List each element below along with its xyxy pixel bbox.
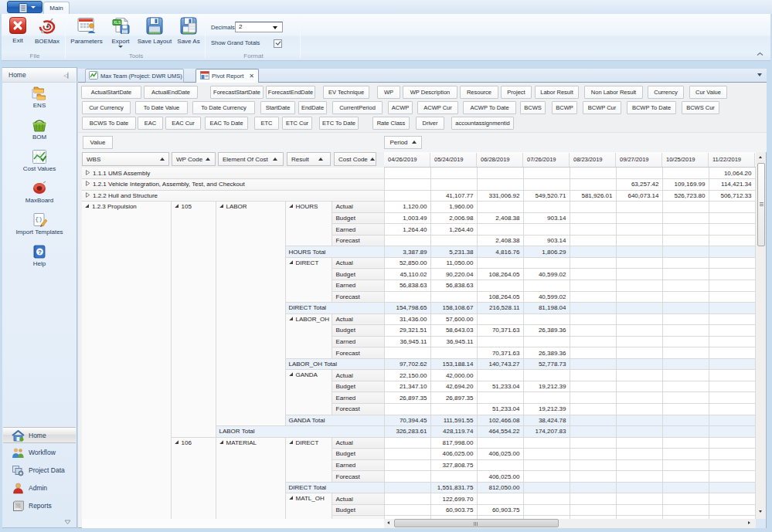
svg-text:{): {) (35, 215, 43, 222)
svg-text:?: ? (38, 249, 42, 256)
svg-text:XLS: XLS (113, 20, 121, 25)
